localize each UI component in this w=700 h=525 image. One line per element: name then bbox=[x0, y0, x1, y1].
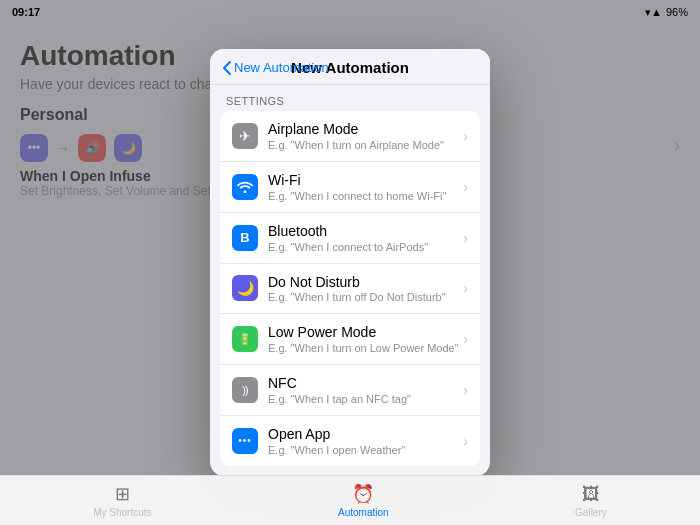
wifi-desc: E.g. "When I connect to home Wi-Fi" bbox=[268, 190, 459, 202]
automation-icon: ⏰ bbox=[352, 483, 374, 505]
bluetooth-desc: E.g. "When I connect to AirPods" bbox=[268, 241, 459, 253]
airplane-mode-text: Airplane Mode E.g. "When I turn on Airpl… bbox=[268, 121, 459, 151]
tab-bar: ⊞ My Shortcuts ⏰ Automation 🖼 Gallery bbox=[0, 475, 700, 525]
tab-my-shortcuts[interactable]: ⊞ My Shortcuts bbox=[93, 483, 151, 518]
bluetooth-title: Bluetooth bbox=[268, 223, 459, 240]
settings-item-bluetooth[interactable]: B Bluetooth E.g. "When I connect to AirP… bbox=[220, 213, 480, 264]
openapp-title: Open App bbox=[268, 426, 459, 443]
modal-header: New Automation New Automation bbox=[210, 49, 490, 85]
openapp-text: Open App E.g. "When I open Weather" bbox=[268, 426, 459, 456]
dnd-desc: E.g. "When I turn off Do Not Disturb" bbox=[268, 291, 459, 303]
tab-gallery[interactable]: 🖼 Gallery bbox=[575, 484, 607, 518]
wifi-settings-icon bbox=[232, 174, 258, 200]
airplane-mode-title: Airplane Mode bbox=[268, 121, 459, 138]
dnd-title: Do Not Disturb bbox=[268, 274, 459, 291]
modal-back-label: New Automation bbox=[234, 60, 329, 75]
settings-item-wifi[interactable]: Wi-Fi E.g. "When I connect to home Wi-Fi… bbox=[220, 162, 480, 213]
automation-label: Automation bbox=[338, 507, 389, 518]
gallery-icon: 🖼 bbox=[582, 484, 600, 505]
wifi-text: Wi-Fi E.g. "When I connect to home Wi-Fi… bbox=[268, 172, 459, 202]
gallery-label: Gallery bbox=[575, 507, 607, 518]
bluetooth-text: Bluetooth E.g. "When I connect to AirPod… bbox=[268, 223, 459, 253]
dnd-icon: 🌙 bbox=[232, 275, 258, 301]
nfc-title: NFC bbox=[268, 375, 459, 392]
airplane-mode-desc: E.g. "When I turn on Airplane Mode" bbox=[268, 139, 459, 151]
nfc-text: NFC E.g. "When I tap an NFC tag" bbox=[268, 375, 459, 405]
wifi-title: Wi-Fi bbox=[268, 172, 459, 189]
openapp-icon: ••• bbox=[232, 428, 258, 454]
lowpower-chevron: › bbox=[463, 331, 468, 347]
settings-item-airplane[interactable]: ✈ Airplane Mode E.g. "When I turn on Air… bbox=[220, 111, 480, 162]
bluetooth-chevron: › bbox=[463, 230, 468, 246]
my-shortcuts-icon: ⊞ bbox=[115, 483, 130, 505]
airplane-chevron: › bbox=[463, 128, 468, 144]
settings-item-nfc[interactable]: )) NFC E.g. "When I tap an NFC tag" › bbox=[220, 365, 480, 416]
settings-list: ✈ Airplane Mode E.g. "When I turn on Air… bbox=[220, 111, 480, 466]
airplane-mode-icon: ✈ bbox=[232, 123, 258, 149]
lowpower-icon: 🔋 bbox=[232, 326, 258, 352]
nfc-icon: )) bbox=[232, 377, 258, 403]
modal-overlay: New Automation New Automation SETTINGS ✈… bbox=[0, 0, 700, 525]
settings-item-lowpower[interactable]: 🔋 Low Power Mode E.g. "When I turn on Lo… bbox=[220, 314, 480, 365]
modal: New Automation New Automation SETTINGS ✈… bbox=[210, 49, 490, 476]
openapp-chevron: › bbox=[463, 433, 468, 449]
my-shortcuts-label: My Shortcuts bbox=[93, 507, 151, 518]
lowpower-desc: E.g. "When I turn on Low Power Mode" bbox=[268, 342, 459, 354]
dnd-chevron: › bbox=[463, 280, 468, 296]
nfc-chevron: › bbox=[463, 382, 468, 398]
lowpower-title: Low Power Mode bbox=[268, 324, 459, 341]
lowpower-text: Low Power Mode E.g. "When I turn on Low … bbox=[268, 324, 459, 354]
settings-item-openapp[interactable]: ••• Open App E.g. "When I open Weather" … bbox=[220, 416, 480, 466]
wifi-chevron: › bbox=[463, 179, 468, 195]
settings-section-label: SETTINGS bbox=[210, 85, 490, 111]
modal-back-button[interactable]: New Automation bbox=[222, 60, 329, 76]
settings-item-dnd[interactable]: 🌙 Do Not Disturb E.g. "When I turn off D… bbox=[220, 264, 480, 315]
tab-automation[interactable]: ⏰ Automation bbox=[338, 483, 389, 518]
bluetooth-icon: B bbox=[232, 225, 258, 251]
dnd-text: Do Not Disturb E.g. "When I turn off Do … bbox=[268, 274, 459, 304]
openapp-desc: E.g. "When I open Weather" bbox=[268, 444, 459, 456]
nfc-desc: E.g. "When I tap an NFC tag" bbox=[268, 393, 459, 405]
